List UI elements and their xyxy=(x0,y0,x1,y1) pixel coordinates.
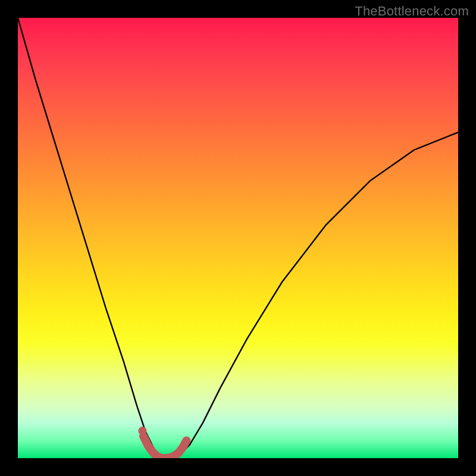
chart-frame: TheBottleneck.com xyxy=(0,0,476,476)
watermark-text: TheBottleneck.com xyxy=(355,4,469,19)
curve-svg xyxy=(18,18,458,458)
min-highlight-dot xyxy=(138,427,146,435)
plot-area xyxy=(18,18,458,458)
bottleneck-curve-path xyxy=(18,18,458,458)
